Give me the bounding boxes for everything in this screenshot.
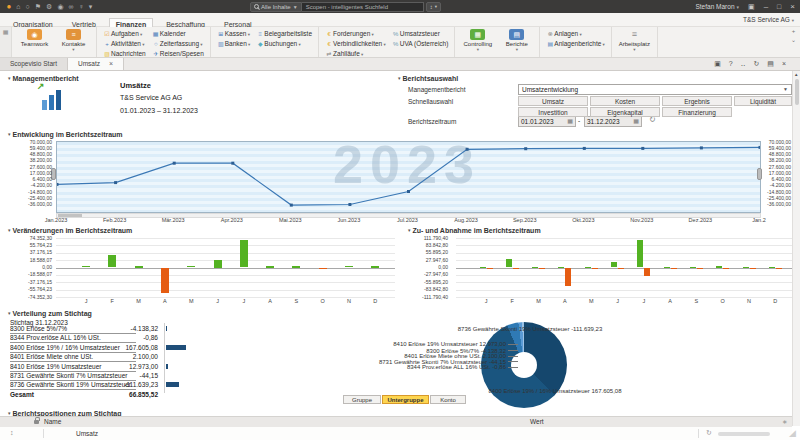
value-bar [166, 364, 168, 369]
ribbon-item-label: Forderungen [333, 30, 370, 37]
link-icon[interactable]: ∞ [68, 0, 73, 13]
ribbon-edge-button[interactable]: ▦ [0, 27, 12, 57]
calendar-icon: ▦ [152, 31, 160, 39]
y-tick: 27.600,00 [8, 165, 52, 170]
scroll-up-icon[interactable]: ▲ [794, 72, 798, 77]
minimize-button[interactable]: – [764, 0, 768, 13]
clock-icon[interactable]: ○ [26, 0, 30, 13]
expand-icon[interactable]: ↕ [10, 429, 14, 436]
ribbon-button-arbeitsplatz[interactable]: ≡Arbeitsplatz▾ [615, 28, 654, 52]
bar [532, 267, 538, 268]
search-input[interactable]: Scopen - intelligentes Suchfeld [302, 2, 424, 12]
content-area: ▾Managementbericht ▾Berichtsauswahl ▾Ent… [0, 71, 792, 440]
ribbon-item-label: Banken [225, 40, 247, 47]
y-tick: -14.800,00 [762, 190, 791, 195]
flag-icon[interactable]: ⚑ [35, 0, 41, 13]
dropdown-icon[interactable]: ▾ [89, 0, 93, 13]
positions-row[interactable]: ↕ Umsatz ↻ [0, 427, 792, 440]
contacts-icon: ≡ [66, 29, 81, 40]
ribbon-item-kalender[interactable]: ▦Kalender [152, 30, 204, 39]
quick-button-eigenkapital[interactable]: Eigenkapital [590, 107, 660, 117]
group-button-konto[interactable]: Konto [430, 395, 466, 404]
gear-icon[interactable]: ⚙ [46, 0, 52, 13]
collapse-icon[interactable]: ▾ [8, 75, 11, 81]
ribbon-item-verbindlichkeiten[interactable]: €Verbindlichkeiten ▾ [325, 40, 386, 49]
ribbon-item-label: Umsatzsteuer [400, 30, 440, 37]
pin-icon[interactable]: ♀ [78, 0, 83, 13]
gridline [456, 268, 795, 269]
quick-button-liquidität[interactable]: Liquidität [734, 96, 792, 106]
quick-button-finanzierung[interactable]: Finanzierung [662, 107, 732, 117]
ribbon-item-uva-österreich[interactable]: %UVA (Österreich) [392, 40, 449, 49]
quick-button-kosten[interactable]: Kosten [590, 96, 660, 106]
ribbon-item-kassen[interactable]: ⊞Kassen ▾ [217, 30, 251, 39]
camera-icon[interactable]: ◉ [57, 0, 63, 13]
collapse-icon[interactable]: ▾ [8, 227, 11, 233]
ribbon-button-kontakte[interactable]: ≡Kontakte▾ [54, 28, 93, 52]
group-button-untergruppe[interactable]: Untergruppe [382, 395, 429, 404]
column-wert[interactable]: Wert [530, 418, 544, 425]
close-button[interactable]: × [790, 0, 795, 13]
apps-grid-icon[interactable]: ▣ [748, 0, 755, 13]
payables-icon: € [325, 41, 333, 49]
collapse-icon[interactable]: ▾ [8, 310, 11, 316]
bar [618, 268, 624, 269]
search-options-button[interactable]: ↕ ▾ [426, 2, 441, 12]
ribbon-item-aufgaben[interactable]: ☑Aufgaben ▾ [103, 30, 146, 39]
doc-tab-umsatz[interactable]: Umsatz× [68, 58, 124, 70]
ribbon-item-anlagen[interactable]: ⊗Anlagen ▾ [546, 30, 605, 39]
quick-button-umsatz[interactable]: Umsatz [518, 96, 588, 106]
group-button-gruppe[interactable]: Gruppe [343, 395, 381, 404]
doc-tab-scopevisio-start[interactable]: Scopevisio Start [0, 58, 68, 70]
ribbon-button-controlling[interactable]: ▦Controlling▾ [458, 28, 497, 52]
ribbon-item-label: Verbindlichkeiten [333, 40, 382, 47]
duplicate-icon[interactable]: ▣ [714, 58, 721, 70]
ribbon-collapse-button[interactable]: +⌄ [787, 27, 800, 57]
ribbon-button-teamwork[interactable]: ◉Teamwork [15, 28, 54, 48]
company-selector[interactable]: T&S Service AG ▾ [743, 16, 794, 23]
refresh-icon[interactable]: ↻ [706, 429, 712, 437]
document-icon[interactable]: ▤ [767, 58, 774, 70]
doc-tab-label: Umsatz [78, 60, 100, 67]
close-tab-icon[interactable]: × [109, 60, 113, 67]
home-icon[interactable]: ⌂ [16, 0, 20, 13]
collapse-icon[interactable]: ▾ [398, 75, 401, 81]
column-chooser-icon[interactable]: ∗ [782, 418, 787, 426]
report-select[interactable]: ▼Umsatzentwicklung [518, 84, 792, 95]
ribbon-item-aktivitäten[interactable]: +Aktivitäten ▾ [103, 40, 146, 49]
quick-button-investition[interactable]: Investition [518, 107, 588, 117]
period-from-input[interactable]: ▦01.01.2023 [518, 116, 576, 127]
ribbon-item-belegarbeitsliste[interactable]: ≡Belegarbeitsliste [256, 30, 312, 39]
data-point [57, 183, 59, 186]
ribbon-item-banken[interactable]: ▥Banken ▾ [217, 40, 251, 49]
ribbon-item-zeiterfassung[interactable]: ○Zeiterfassung ▾ [152, 40, 204, 49]
calendar-icon[interactable]: ▦ [567, 117, 573, 126]
y-tick: -14.800,00 [8, 190, 52, 195]
bar [506, 259, 512, 267]
help-icon[interactable]: ? [729, 58, 733, 70]
verteilung-row-value: -0,86 [106, 334, 158, 341]
scrollbar-thumb[interactable] [795, 79, 800, 105]
period-to-input[interactable]: ▦31.12.2023 [584, 116, 642, 127]
vertical-scrollbar[interactable]: ▲ [792, 71, 800, 426]
ribbon-item-umsatzsteuer[interactable]: %Umsatzsteuer [392, 30, 449, 39]
app-logo-icon[interactable]: ● [7, 0, 12, 13]
close-icon[interactable]: × [782, 58, 786, 70]
status-text-placeholder [718, 432, 770, 436]
maximize-button[interactable]: □ [777, 0, 781, 13]
bar [558, 267, 564, 268]
calendar-icon[interactable]: ▦ [633, 117, 639, 126]
ribbon-item-buchungen[interactable]: ◆Buchungen ▾ [256, 40, 312, 49]
ribbon-item-forderungen[interactable]: €Forderungen ▾ [325, 30, 386, 39]
column-name[interactable]: Name [44, 418, 61, 425]
collapse-icon[interactable]: ▾ [8, 131, 11, 137]
search-scope-button[interactable]: Alle Inhalte ▼ [250, 2, 302, 12]
user-menu[interactable]: Stefan Maron▾ [695, 3, 739, 10]
refresh-icon[interactable]: ↻ [753, 58, 759, 70]
resize-grip[interactable]: ◢ [789, 428, 796, 438]
ribbon-item-anlagenberichte[interactable]: ▤Anlagenberichte ▾ [546, 40, 605, 49]
ribbon-button-berichte[interactable]: ▤Berichte▾ [497, 28, 536, 52]
quick-button-ergebnis[interactable]: Ergebnis [662, 96, 732, 106]
more-icon[interactable]: ‥ [741, 58, 746, 70]
collapse-icon[interactable]: ▾ [408, 227, 411, 233]
